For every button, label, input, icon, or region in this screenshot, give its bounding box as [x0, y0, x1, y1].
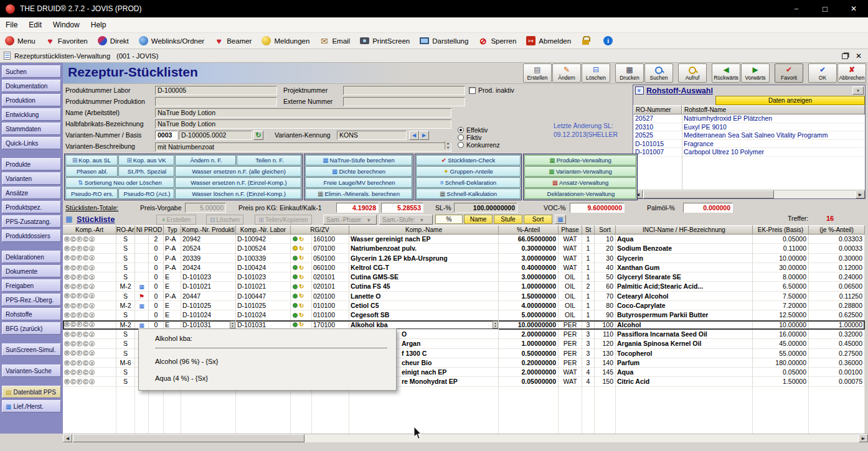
sidebar-item[interactable]: PPS-Rez.-Überg.	[2, 294, 61, 306]
sort-by-sort-button[interactable]: Sort	[524, 215, 552, 224]
toolbar-button[interactable]: Menu	[5, 36, 35, 45]
table-row[interactable]: R C F C z S 0 E D-101023 D-101023 020101…	[63, 272, 865, 282]
arbeitstitel-field[interactable]	[155, 108, 451, 118]
sidebar-item[interactable]: Produktspez.	[2, 201, 61, 213]
split-copy-button[interactable]: Teilen/Kopieren	[255, 215, 312, 225]
preis-vorgabe-field[interactable]: 5.00000	[185, 203, 226, 213]
create-row-button[interactable]: Erstellen	[156, 215, 196, 225]
toolbar-button[interactable]: Meldungen	[262, 36, 309, 45]
sidebar-item[interactable]: Produktdossiers	[2, 230, 61, 242]
operation-button[interactable]: Varianten-Verwaltung	[524, 166, 636, 177]
toolbar-button[interactable]: Email	[319, 36, 350, 45]
column-header[interactable]: NI PROD	[135, 225, 164, 235]
column-header[interactable]: Phase	[559, 225, 582, 235]
action-button[interactable]: Löschen	[582, 63, 610, 83]
operation-button[interactable]: Elimin.-/Minerals. berechnen	[305, 188, 412, 199]
column-header[interactable]: %-Anteil	[499, 225, 559, 235]
operation-button[interactable]: Phasen abl.	[65, 166, 118, 177]
sidebar-item[interactable]: Produkte	[2, 158, 61, 170]
sidebar-item[interactable]: Datenblatt PPS	[2, 386, 61, 398]
toolbar-button[interactable]: Darstellung	[420, 37, 468, 45]
scrollbar-thumb[interactable]	[643, 190, 774, 198]
refresh-variant-icon[interactable]	[253, 131, 263, 140]
table-row[interactable]: R C F C z S 0 P-A 20339 D-100339 050100 …	[63, 254, 865, 263]
sidebar-item[interactable]: Suchen	[2, 65, 61, 78]
panel-options-button[interactable]	[852, 86, 864, 95]
radio-option[interactable]: Fiktiv	[458, 134, 500, 141]
operation-button[interactable]: Produkte-Verwaltung	[524, 155, 636, 165]
operation-button[interactable]: Freie Lauge/MV berechnen	[305, 177, 412, 188]
column-header[interactable]: (je %-Anteil)	[809, 225, 865, 235]
operation-button[interactable]: Gruppen-Anteile	[416, 166, 521, 177]
operation-button[interactable]: Deklarationen-Verwaltung	[524, 188, 636, 199]
action-button[interactable]: Vorwärts	[741, 63, 770, 83]
spinner-icon[interactable]	[493, 321, 498, 328]
column-header[interactable]: Komp.-Nr. Labor	[236, 225, 291, 235]
column-header[interactable]: RG/ZV	[291, 225, 349, 235]
varianten-basis-field[interactable]	[179, 131, 252, 140]
expand-icon[interactable]	[635, 86, 644, 95]
toolbar-button[interactable]: Weblinks/Ordner	[139, 36, 204, 45]
column-header[interactable]: Sort	[595, 225, 616, 235]
rohstoff-row[interactable]: D-101007 Carbopol Ultrez 10 Polymer	[633, 148, 865, 157]
operation-button[interactable]: Dichte berechnen	[305, 166, 412, 177]
table-hscrollbar[interactable]	[63, 434, 868, 442]
operation-button[interactable]: Pseudo-RO (Act.)	[118, 188, 174, 199]
operation-button[interactable]: Pseudo-RO ers.	[65, 188, 118, 199]
projektnummer-field[interactable]	[343, 86, 465, 95]
sort-by-percent-button[interactable]: %	[435, 215, 463, 224]
close-tab-icon[interactable]	[852, 50, 866, 61]
operation-button[interactable]: Teilen n. F.	[237, 155, 301, 165]
delete-row-button[interactable]: Löschen	[206, 215, 243, 225]
sidebar-item[interactable]: PPS-Zusatzang.	[2, 215, 61, 228]
column-header[interactable]: Komp.-Nr. Produkti	[181, 225, 236, 235]
column-header[interactable]: RO-Art	[116, 225, 135, 235]
grid-view-button[interactable]	[555, 215, 566, 224]
table-row[interactable]: R C F C z S 0 P-A 20524 D-100524 070100 …	[63, 244, 865, 253]
sidebar-item[interactable]: Dokumentation	[2, 80, 61, 92]
prev-variant-icon[interactable]	[409, 131, 419, 140]
sidebar-item[interactable]: Ansätze	[2, 187, 61, 199]
action-button[interactable]: Abbrechen	[837, 63, 866, 83]
column-header[interactable]: EK-Preis (Basis)	[753, 225, 809, 235]
operation-button[interactable]: Schnell-Kalkulation	[416, 188, 521, 199]
toolbar-button[interactable]: Abmelden	[526, 36, 571, 45]
sam-stufe-dropdown[interactable]: Sam.-Stufe:	[379, 215, 433, 225]
sidebar-item[interactable]: BFG (zurück)	[2, 322, 61, 335]
table-row[interactable]: R C F C z S 0 P-A 20447 D-100447 020100 …	[63, 292, 865, 301]
spinner-icon[interactable]	[230, 321, 235, 328]
sort-by-name-button[interactable]: Name	[464, 215, 493, 224]
sidebar-item[interactable]: Freigaben	[2, 279, 61, 292]
sidebar-item[interactable]: SunScreen-Simul.	[2, 343, 61, 356]
sidebar-item[interactable]: Deklarationen	[2, 251, 61, 263]
sidebar-item[interactable]: Lief./Herst.	[2, 400, 61, 412]
prod-inaktiv-checkbox[interactable]	[469, 87, 476, 94]
menu-item[interactable]: Window	[47, 21, 85, 29]
action-button[interactable]: Rückwärts	[712, 63, 740, 83]
toolbar-button[interactable]: Sperren	[478, 36, 516, 45]
column-header[interactable]: Rohstoff-Name	[682, 105, 865, 114]
action-button[interactable]: Aufruf	[678, 63, 707, 83]
rohstoff-hscrollbar[interactable]	[633, 190, 865, 198]
radio-option[interactable]: Effektiv	[458, 126, 500, 133]
scroll-right-icon[interactable]	[856, 190, 865, 198]
sort-by-stufe-button[interactable]: Stufe	[494, 215, 522, 224]
varianten-beschreibung-field[interactable]	[155, 142, 451, 152]
action-button[interactable]: OK	[808, 63, 837, 83]
radio-option[interactable]: Konkurrenz	[458, 141, 500, 148]
produktnummer-labor-field[interactable]	[155, 86, 277, 95]
table-row[interactable]: R C F C z S 0 E D-101024 D-101024 010100…	[63, 310, 865, 320]
operation-button[interactable]: Sortierung Neu oder Löschen	[65, 177, 174, 188]
table-row[interactable]: R C F C z S 0 P-A 20424 D-100424 060100 …	[63, 263, 865, 272]
scroll-right-icon[interactable]	[859, 434, 868, 442]
document-tab-title[interactable]: Rezepturstücklisten-Verwaltung	[14, 52, 110, 60]
menu-item[interactable]: Help	[85, 21, 112, 29]
toolbar-button[interactable]	[581, 36, 593, 45]
rohstoff-row[interactable]: 20527 Natriumhydroxid EP Plätzchen	[633, 114, 865, 123]
toolbar-button[interactable]: Beamer	[214, 36, 252, 45]
daten-anzeigen-button[interactable]: Daten anzeigen	[715, 96, 865, 105]
operation-button[interactable]: NaTrue-Stufe berechnen	[305, 155, 412, 165]
action-button[interactable]: Erstellen	[523, 63, 552, 83]
operation-button[interactable]: Schnell-Deklaration	[416, 177, 521, 188]
rohstoff-row[interactable]: 20525 Mediterranean Sea Salt Salneo Vita…	[633, 131, 865, 140]
